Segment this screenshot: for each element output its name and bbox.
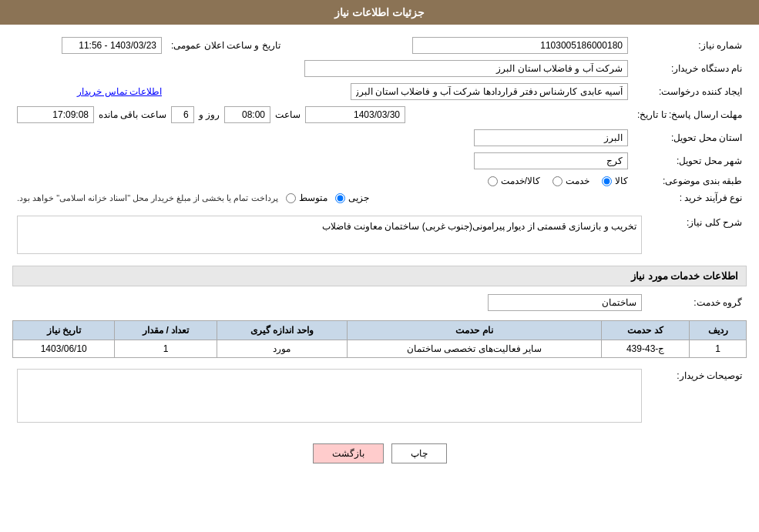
creator-cell (166, 80, 633, 103)
services-table-header: ردیف کد حدمت نام حدمت واحد اندازه گیری ت… (13, 321, 747, 340)
need-desc-textarea[interactable] (17, 216, 642, 254)
need-desc-cell (12, 212, 646, 259)
buyer-desc-table: توصیحات خریدار: (12, 366, 747, 428)
radio-motawaset: متوسط (286, 192, 327, 203)
city-input[interactable] (474, 152, 628, 169)
buyer-desc-label: توصیحات خریدار: (646, 366, 747, 428)
category-kala-khadamat-label: کالا/خدمت (501, 176, 540, 186)
info-table: شماره نیاز: تاریخ و ساعت اعلان عمومی: نا… (12, 34, 747, 206)
radio-kala-khadamat-input[interactable] (488, 176, 498, 186)
radio-khadamat: خدمت (552, 176, 589, 186)
buyer-desc-row: توصیحات خریدار: (12, 366, 747, 428)
announce-input[interactable] (62, 37, 162, 54)
cell-name: سایر فعالیت‌های تخصصی ساختمان (348, 340, 602, 358)
radio-kala: کالا (602, 176, 628, 186)
deadline-time-label: ساعت (275, 109, 301, 120)
cell-unit: مورد (217, 340, 348, 358)
deadline-day-input[interactable] (171, 106, 194, 123)
col-code: کد حدمت (602, 321, 690, 340)
col-date: تاریخ نیاز (13, 321, 115, 340)
need-number-cell (316, 34, 633, 57)
province-input[interactable] (474, 129, 628, 146)
purchase-jozvi-label: جزیی (348, 192, 369, 203)
row-province: استان محل تحویل: (12, 126, 747, 149)
row-category: طبقه بندی موضوعی: کالا/خدمت خدمت کالا (12, 172, 747, 189)
cell-count: 1 (115, 340, 217, 358)
deadline-time-input[interactable] (224, 106, 270, 123)
need-desc-table: شرح کلی نیاز: (12, 212, 747, 259)
col-count: تعداد / مقدار (115, 321, 217, 340)
province-cell (12, 126, 633, 149)
deadline-remaining-label: ساعت باقی مانده (99, 109, 166, 120)
category-kala-label: کالا (615, 176, 628, 186)
purchase-note: پرداخت تمام یا بخشی از مبلغ خریدار محل "… (17, 193, 278, 203)
service-group-cell (12, 291, 646, 314)
radio-khadamat-input[interactable] (552, 176, 563, 186)
deadline-remaining-input[interactable] (17, 106, 94, 123)
contact-link[interactable]: اطلاعات تماس خریدار (77, 86, 162, 97)
footer-buttons: چاپ بازگشت (12, 434, 747, 473)
province-label: استان محل تحویل: (633, 126, 747, 149)
org-name-label: نام دستگاه خریدار: (633, 57, 747, 80)
announce-label: تاریخ و ساعت اعلان عمومی: (166, 34, 285, 57)
deadline-day-label: روز و (199, 109, 220, 120)
need-desc-label: شرح کلی نیاز: (646, 212, 747, 259)
cell-row: 1 (690, 340, 747, 358)
print-button[interactable]: چاپ (391, 443, 447, 463)
back-button[interactable]: بازگشت (313, 443, 384, 463)
row-need-number: شماره نیاز: تاریخ و ساعت اعلان عمومی: (12, 34, 747, 57)
cell-code: ج-43-439 (602, 340, 690, 358)
radio-jozvi: جزیی (335, 192, 369, 203)
city-label: شهر محل تحویل: (633, 149, 747, 172)
row-purchase-type: نوع فرآیند خرید : پرداخت تمام یا بخشی از… (12, 189, 747, 206)
radio-motawaset-input[interactable] (286, 193, 296, 203)
category-khadamat-label: خدمت (566, 176, 589, 186)
row-deadline: مهلت ارسال پاسخ: تا تاریخ: ساعت باقی مان… (12, 103, 747, 126)
creator-label: ایجاد کننده درخواست: (633, 80, 747, 103)
radio-kala-input[interactable] (602, 176, 612, 186)
radio-jozvi-input[interactable] (335, 193, 345, 203)
row-city: شهر محل تحویل: (12, 149, 747, 172)
service-group-table: گروه خدمت: (12, 291, 747, 314)
announce-cell (12, 34, 166, 57)
page-title: جزئیات اطلاعات نیاز (334, 6, 425, 18)
category-cell: کالا/خدمت خدمت کالا (12, 172, 633, 189)
org-name-input[interactable] (304, 60, 628, 77)
contact-link-cell: اطلاعات تماس خریدار (12, 80, 166, 103)
col-row: ردیف (690, 321, 747, 340)
purchase-type-label: نوع فرآیند خرید : (633, 189, 747, 206)
category-label: طبقه بندی موضوعی: (633, 172, 747, 189)
service-group-row: گروه خدمت: (12, 291, 747, 314)
deadline-cell: ساعت باقی مانده روز و ساعت (12, 103, 633, 126)
need-number-label: شماره نیاز: (633, 34, 747, 57)
city-cell (12, 149, 633, 172)
col-unit: واحد اندازه گیری (217, 321, 348, 340)
row-org-name: نام دستگاه خریدار: (12, 57, 747, 80)
deadline-date-input[interactable] (305, 106, 405, 123)
cell-date: 1403/06/10 (13, 340, 115, 358)
need-number-input[interactable] (412, 37, 628, 54)
buyer-desc-cell (12, 366, 646, 428)
services-table: ردیف کد حدمت نام حدمت واحد اندازه گیری ت… (12, 320, 747, 358)
page-wrapper: جزئیات اطلاعات نیاز شماره نیاز: تاریخ و … (0, 0, 759, 532)
deadline-label: مهلت ارسال پاسخ: تا تاریخ: (633, 103, 747, 126)
radio-kala-khadamat: کالا/خدمت (488, 176, 540, 186)
service-group-label: گروه خدمت: (646, 291, 747, 314)
row-creator: ایجاد کننده درخواست: اطلاعات تماس خریدار (12, 80, 747, 103)
purchase-motawaset-label: متوسط (299, 192, 327, 203)
need-desc-row: شرح کلی نیاز: (12, 212, 747, 259)
service-group-input[interactable] (488, 294, 642, 311)
table-row: 1ج-43-439سایر فعالیت‌های تخصصی ساختمانمو… (13, 340, 747, 358)
buyer-desc-textarea[interactable] (17, 369, 642, 423)
purchase-type-cell: پرداخت تمام یا بخشی از مبلغ خریدار محل "… (12, 189, 633, 206)
creator-input[interactable] (351, 83, 628, 100)
org-name-cell (12, 57, 633, 80)
page-header: جزئیات اطلاعات نیاز (0, 0, 759, 25)
col-name: نام حدمت (348, 321, 602, 340)
services-section-header: اطلاعات خدمات مورد نیاز (12, 266, 747, 286)
main-content: شماره نیاز: تاریخ و ساعت اعلان عمومی: نا… (0, 25, 759, 482)
